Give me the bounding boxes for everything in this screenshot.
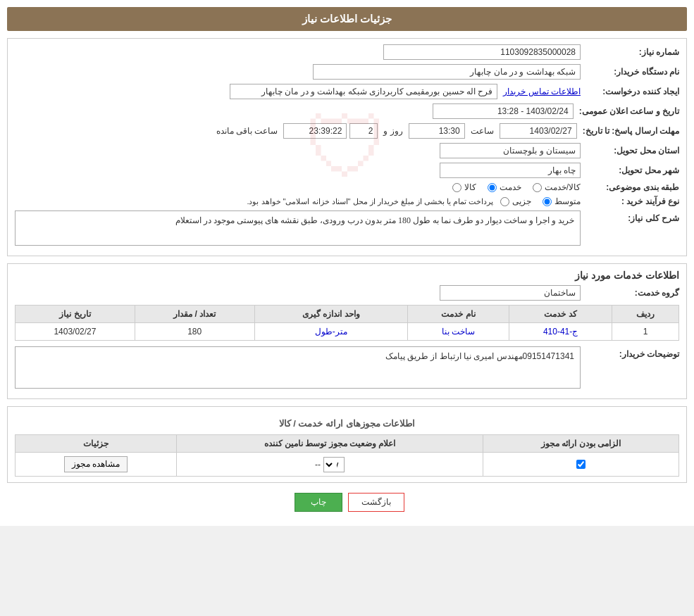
purchase-type-note: پرداخت تمام یا بخشی از مبلغ خریدار از مح… bbox=[247, 197, 493, 206]
days-label: روز و bbox=[383, 126, 402, 136]
license-announce-value: -- bbox=[315, 460, 321, 470]
description-row: شرح کلی نیاز: خرید و اجرا و ساخت دیوار د… bbox=[15, 210, 679, 246]
creator-row: ایجاد کننده درخواست: اطلاعات تماس خریدار… bbox=[15, 84, 679, 99]
cell-row-num: 1 bbox=[612, 323, 679, 341]
deadline-row: مهلت ارسال پاسخ: تا تاریخ: 1403/02/27 سا… bbox=[15, 123, 679, 139]
buyer-notes-field: 09151471341مهندس امیری نیا ارتباط از طری… bbox=[15, 346, 581, 389]
announce-date-row: تاریخ و ساعت اعلان عمومی: 1403/02/24 - 1… bbox=[15, 103, 679, 119]
category-radio-group: کالا/خدمت خدمت کالا bbox=[15, 182, 581, 192]
motavasset-label: متوسط bbox=[554, 196, 581, 206]
announce-date-label: تاریخ و ساعت اعلان عمومی: bbox=[574, 106, 679, 116]
deadline-days-field: 2 bbox=[349, 123, 378, 139]
service-info-section: اطلاعات خدمات مورد نیاز گروه خدمت: ساختم… bbox=[7, 263, 687, 399]
remaining-label: ساعت باقی مانده bbox=[216, 126, 278, 136]
deadline-time-field: 13:30 bbox=[409, 123, 465, 139]
purchase-jozi[interactable]: جزیی bbox=[500, 196, 531, 206]
service-table: ردیف کد خدمت نام خدمت واحد اندازه گیری ت… bbox=[15, 305, 679, 341]
print-button[interactable]: چاپ bbox=[295, 493, 342, 512]
col-unit-measure: واحد اندازه گیری bbox=[254, 306, 407, 323]
category-row: طبقه بندی موضوعی: کالا/خدمت خدمت کالا bbox=[15, 182, 679, 192]
province-value: سیستان و بلوچستان bbox=[15, 143, 581, 158]
cell-service-code: ج-41-410 bbox=[509, 323, 612, 341]
license-required-checkbox-container bbox=[489, 460, 673, 469]
buyer-notes-row: توضیحات خریدار: 09151471341مهندس امیری ن… bbox=[15, 346, 679, 389]
license-announce-select[interactable]: ∨ bbox=[323, 457, 345, 472]
license-details-cell: مشاهده مجوز bbox=[16, 453, 177, 477]
col-quantity: تعداد / مقدار bbox=[135, 306, 254, 323]
need-number-field: 1103092835000028 bbox=[383, 44, 581, 60]
description-value: خرید و اجرا و ساخت دیوار دو طرف نما به ط… bbox=[15, 210, 581, 246]
kala-khedmat-label: کالا/خدمت bbox=[545, 182, 581, 192]
col-license-required: الزامی بودن ارائه مجوز bbox=[483, 435, 679, 453]
buyer-station-row: نام دستگاه خریدار: شبکه بهداشت و در مان … bbox=[15, 64, 679, 80]
license-announce-cell: ∨ -- bbox=[176, 453, 483, 477]
license-required-cell bbox=[483, 453, 679, 477]
main-section: 🛡 شماره نیاز: 1103092835000028 نام دستگا… bbox=[7, 38, 687, 256]
city-row: شهر محل تحویل: چاه بهار bbox=[15, 163, 679, 178]
creator-label: ایجاد کننده درخواست: bbox=[581, 87, 679, 96]
service-info-title: اطلاعات خدمات مورد نیاز bbox=[15, 270, 679, 281]
service-group-field: ساختمان bbox=[440, 285, 581, 301]
col-service-name: نام خدمت bbox=[407, 306, 509, 323]
page-title: جزئیات اطلاعات نیاز bbox=[302, 13, 392, 25]
need-number-label: شماره نیاز: bbox=[581, 47, 679, 57]
province-row: استان محل تحویل: سیستان و بلوچستان bbox=[15, 143, 679, 158]
license-section-title: اطلاعات مجوزهای ارائه خدمت / کالا bbox=[15, 418, 679, 429]
creator-field: فرح اله حسین بورمقیمی کاربردازی شبکه بهد… bbox=[230, 84, 497, 99]
cell-unit: متر-طول bbox=[254, 323, 407, 341]
service-group-row: گروه خدمت: ساختمان bbox=[15, 285, 679, 301]
service-group-value: ساختمان bbox=[15, 285, 581, 301]
license-show-button[interactable]: مشاهده مجوز bbox=[64, 456, 128, 472]
purchase-type-label: نوع فرآیند خرید : bbox=[581, 196, 679, 206]
kala-radio[interactable] bbox=[452, 183, 461, 192]
khedmat-label: خدمت bbox=[500, 182, 521, 192]
need-number-row: شماره نیاز: 1103092835000028 bbox=[15, 44, 679, 60]
province-field: سیستان و بلوچستان bbox=[440, 143, 581, 158]
page-header: جزئیات اطلاعات نیاز bbox=[7, 7, 687, 31]
button-row: بازگشت چاپ bbox=[7, 493, 687, 512]
license-row: ∨ -- مشاهده مجوز bbox=[16, 453, 679, 477]
creator-contact-link[interactable]: اطلاعات تماس خریدار bbox=[503, 87, 581, 96]
buyer-station-label: نام دستگاه خریدار: bbox=[581, 67, 679, 77]
buyer-station-value: شبکه بهداشت و در مان چابهار bbox=[15, 64, 581, 80]
col-row-num: ردیف bbox=[612, 306, 679, 323]
buyer-notes-value: 09151471341مهندس امیری نیا ارتباط از طری… bbox=[15, 346, 581, 389]
motavasset-radio[interactable] bbox=[543, 197, 552, 206]
table-row: 1 ج-41-410 ساخت بنا متر-طول 180 1403/02/… bbox=[16, 323, 679, 341]
announce-date-field: 1403/02/24 - 13:28 bbox=[433, 103, 574, 119]
col-need-date: تاریخ نیاز bbox=[16, 306, 135, 323]
category-kala-khedmat[interactable]: کالا/خدمت bbox=[533, 182, 581, 192]
back-button[interactable]: بازگشت bbox=[348, 493, 404, 512]
city-label: شهر محل تحویل: bbox=[581, 165, 679, 175]
purchase-type-value: متوسط جزیی پرداخت تمام یا بخشی از مبلغ خ… bbox=[15, 196, 581, 206]
announce-date-value: 1403/02/24 - 13:28 bbox=[15, 103, 574, 119]
jozi-label: جزیی bbox=[512, 196, 531, 206]
deadline-value-cell: 1403/02/27 ساعت 13:30 روز و 2 23:39:22 س… bbox=[15, 123, 577, 139]
cell-quantity: 180 bbox=[135, 323, 254, 341]
purchase-motavasset[interactable]: متوسط bbox=[543, 196, 581, 206]
buyer-station-field: شبکه بهداشت و در مان چابهار bbox=[313, 64, 581, 80]
category-khedmat[interactable]: خدمت bbox=[488, 182, 521, 192]
col-license-announce: اعلام وضعیت مجوز توسط نامین کننده bbox=[176, 435, 483, 453]
license-required-checkbox[interactable] bbox=[576, 460, 585, 469]
category-label: طبقه بندی موضوعی: bbox=[581, 182, 679, 192]
purchase-type-row: نوع فرآیند خرید : متوسط جزیی پرداخت تمام… bbox=[15, 196, 679, 206]
description-field: خرید و اجرا و ساخت دیوار دو طرف نما به ط… bbox=[15, 210, 581, 246]
cell-date: 1403/02/27 bbox=[16, 323, 135, 341]
deadline-date-field: 1403/02/27 bbox=[500, 123, 577, 139]
description-label: شرح کلی نیاز: bbox=[581, 210, 679, 223]
service-group-label: گروه خدمت: bbox=[581, 288, 679, 298]
kala-khedmat-radio[interactable] bbox=[533, 183, 542, 192]
category-kala[interactable]: کالا bbox=[452, 182, 476, 192]
khedmat-radio[interactable] bbox=[488, 183, 497, 192]
province-label: استان محل تحویل: bbox=[581, 146, 679, 156]
category-value: کالا/خدمت خدمت کالا bbox=[15, 182, 581, 192]
purchase-type-radio-group: متوسط جزیی bbox=[500, 196, 581, 206]
jozi-radio[interactable] bbox=[500, 197, 509, 206]
time-label: ساعت bbox=[471, 126, 494, 136]
col-service-code: کد خدمت bbox=[509, 306, 612, 323]
license-table: الزامی بودن ارائه مجوز اعلام وضعیت مجوز … bbox=[15, 434, 679, 477]
buyer-notes-label: توضیحات خریدار: bbox=[581, 346, 679, 359]
col-license-details: جزئیات bbox=[16, 435, 177, 453]
kala-label: کالا bbox=[464, 182, 476, 192]
